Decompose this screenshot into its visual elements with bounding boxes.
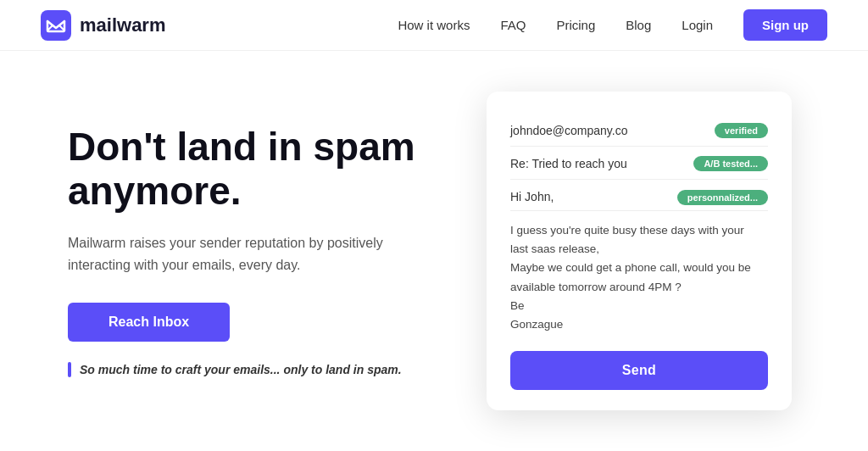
hero-right: johndoe@company.co verified Re: Tried to… [478,92,800,411]
hero-subtext: Mailwarm raises your sender reputation b… [68,232,390,276]
send-button[interactable]: Send [510,351,768,390]
email-body-line-3: Maybe we could get a phone call, would y… [510,261,751,274]
tagline-text: So much time to craft your emails... onl… [80,363,402,376]
mailwarm-logo-icon [41,10,71,41]
email-greeting-text: Hi John, [510,190,554,203]
email-body-line-2: last saas release, [510,242,599,255]
nav-pricing[interactable]: Pricing [556,18,595,32]
verified-badge: verified [715,123,768,138]
logo[interactable]: mailwarm [41,10,166,41]
email-subject-text: Re: Tried to reach you [510,157,627,170]
navbar: mailwarm How it works FAQ Pricing Blog L… [0,0,868,51]
logo-text: mailwarm [80,14,166,36]
nav-blog[interactable]: Blog [626,18,651,32]
email-greeting-row: Hi John, personnalized... [510,181,768,211]
email-body: I guess you're quite busy these days wit… [510,221,768,335]
personalized-badge: personnalized... [677,190,768,205]
email-card: johndoe@company.co verified Re: Tried to… [487,92,792,411]
email-body-line-4: available tomorrow around 4PM ? [510,281,682,293]
email-field-address: johndoe@company.co verified [510,115,768,147]
reach-inbox-button[interactable]: Reach Inbox [68,303,230,342]
signup-button[interactable]: Sign up [743,9,827,41]
hero-tagline: So much time to craft your emails... onl… [68,362,427,377]
nav-login[interactable]: Login [682,18,713,32]
email-body-line-5: Be [510,299,525,312]
hero-left: Don't land in spam anymore. Mailwarm rai… [68,125,478,378]
nav-links: How it works FAQ Pricing Blog Login Sign… [398,9,827,41]
nav-faq[interactable]: FAQ [500,18,526,32]
nav-how-it-works[interactable]: How it works [398,18,470,32]
main-content: Don't land in spam anymore. Mailwarm rai… [0,51,868,451]
email-address-text: johndoe@company.co [510,124,627,137]
ab-tested-badge: A/B tested... [693,156,768,171]
hero-headline: Don't land in spam anymore. [68,125,427,214]
svg-rect-0 [41,10,71,41]
email-field-subject: Re: Tried to reach you A/B tested... [510,148,768,180]
email-body-line-1: I guess you're quite busy these days wit… [510,224,744,237]
tagline-bar [68,362,71,377]
email-body-line-6: Gonzague [510,318,563,331]
